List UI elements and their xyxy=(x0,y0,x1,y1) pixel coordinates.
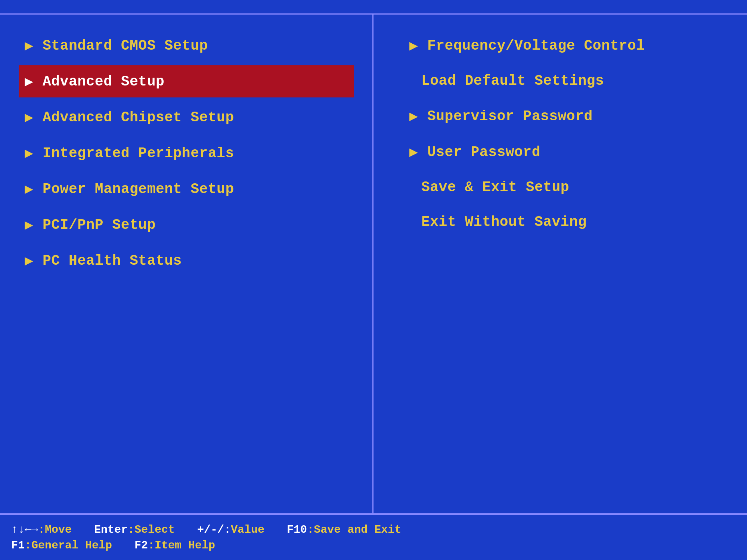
arrow-icon: ▶ xyxy=(409,143,421,161)
menu-item-advanced-setup[interactable]: ▶Advanced Setup xyxy=(19,65,354,97)
menu-item-label: Load Default Settings xyxy=(421,73,604,89)
arrow-icon: ▶ xyxy=(25,216,36,233)
arrow-icon: ▶ xyxy=(25,73,36,90)
menu-item-label: Integrated Peripherals xyxy=(43,145,234,161)
menu-item-save-exit-setup[interactable]: Save & Exit Setup xyxy=(403,172,717,203)
menu-item-exit-without-saving[interactable]: Exit Without Saving xyxy=(403,206,717,237)
title-bar xyxy=(0,0,747,15)
menu-item-label: PCI/PnP Setup xyxy=(43,217,156,233)
menu-item-label: Advanced Setup xyxy=(43,74,164,90)
menu-item-label: Standard CMOS Setup xyxy=(43,38,208,54)
arrow-icon: ▶ xyxy=(25,252,36,269)
menu-item-integrated-peripherals[interactable]: ▶Integrated Peripherals xyxy=(19,137,354,169)
left-panel: ▶Standard CMOS Setup▶Advanced Setup▶Adva… xyxy=(0,15,374,513)
menu-item-label: Supervisor Password xyxy=(427,108,593,124)
arrow-icon: ▶ xyxy=(25,144,36,162)
footer-item-help: F2:Item Help xyxy=(134,539,215,552)
bios-screen: ▶Standard CMOS Setup▶Advanced Setup▶Adva… xyxy=(0,0,747,560)
footer-select: Enter:Select xyxy=(94,523,175,536)
menu-item-load-default-settings[interactable]: Load Default Settings xyxy=(403,65,717,96)
menu-item-label: Advanced Chipset Setup xyxy=(43,109,234,125)
arrow-icon: ▶ xyxy=(25,109,36,126)
footer: ↑↓←→:Move Enter:Select +/-/:Value F10:Sa… xyxy=(0,514,747,560)
menu-item-label: Power Management Setup xyxy=(43,181,234,197)
arrow-icon: ▶ xyxy=(25,180,36,197)
menu-item-label: Exit Without Saving xyxy=(421,214,587,230)
arrow-icon: ▶ xyxy=(25,37,36,54)
main-content: ▶Standard CMOS Setup▶Advanced Setup▶Adva… xyxy=(0,15,747,514)
footer-save-exit: F10:Save and Exit xyxy=(287,523,401,536)
right-panel: ▶Frequency/Voltage ControlLoad Default S… xyxy=(374,15,747,513)
menu-item-standard-cmos-setup[interactable]: ▶Standard CMOS Setup xyxy=(19,29,354,62)
footer-help: F1:General Help xyxy=(11,539,112,552)
menu-item-pc-health-status[interactable]: ▶PC Health Status xyxy=(19,245,354,277)
menu-item-user-password[interactable]: ▶User Password xyxy=(403,136,717,168)
menu-item-label: PC Health Status xyxy=(43,253,182,269)
footer-row-1: ↑↓←→:Move Enter:Select +/-/:Value F10:Sa… xyxy=(11,523,736,536)
arrow-icon: ▶ xyxy=(409,37,421,54)
menu-item-label: User Password xyxy=(427,144,540,160)
footer-value: +/-/:Value xyxy=(197,523,264,536)
footer-move: ↑↓←→:Move xyxy=(11,523,72,536)
menu-item-frequency-voltage-control[interactable]: ▶Frequency/Voltage Control xyxy=(403,29,717,62)
menu-item-advanced-chipset-setup[interactable]: ▶Advanced Chipset Setup xyxy=(19,101,354,133)
menu-item-label: Save & Exit Setup xyxy=(421,179,569,195)
footer-row-2: F1:General Help F2:Item Help xyxy=(11,539,736,552)
menu-item-power-management-setup[interactable]: ▶Power Management Setup xyxy=(19,173,354,205)
arrow-icon: ▶ xyxy=(409,108,421,125)
menu-item-supervisor-password[interactable]: ▶Supervisor Password xyxy=(403,100,717,132)
menu-item-label: Frequency/Voltage Control xyxy=(427,38,645,54)
menu-item-pci-pnp-setup[interactable]: ▶PCI/PnP Setup xyxy=(19,209,354,241)
